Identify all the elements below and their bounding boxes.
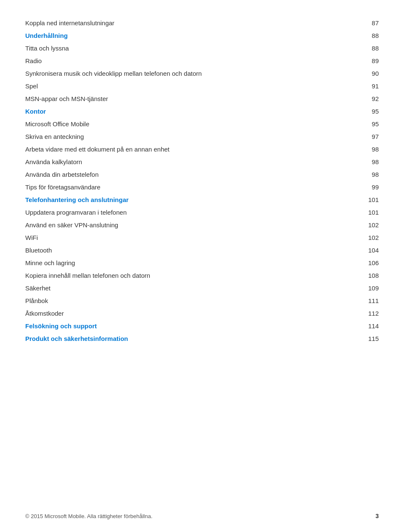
toc-row[interactable]: Felsökning och support114 <box>25 320 379 332</box>
footer-page-number: 3 <box>375 513 379 519</box>
toc-entry-label: Telefonhantering och anslutningar <box>25 194 290 206</box>
toc-row[interactable]: MSN-appar och MSN-tjänster92 <box>25 93 379 105</box>
toc-entry-label: Skriva en anteckning <box>25 130 290 143</box>
toc-entry-page: 114 <box>290 320 379 332</box>
toc-entry-label: Använda din arbetstelefon <box>25 168 290 181</box>
toc-row[interactable]: Plånbok111 <box>25 295 379 307</box>
toc-entry-page: 92 <box>290 93 379 105</box>
toc-entry-page: 91 <box>290 80 379 93</box>
toc-row[interactable]: Åtkomstkoder112 <box>25 307 379 320</box>
toc-entry-page: 102 <box>290 219 379 231</box>
toc-row[interactable]: Titta och lyssna88 <box>25 42 379 55</box>
footer-copyright: © 2015 Microsoft Mobile. Alla rättighete… <box>25 513 152 519</box>
toc-entry-label: Microsoft Office Mobile <box>25 118 290 130</box>
toc-entry-page: 95 <box>290 118 379 130</box>
toc-row[interactable]: Microsoft Office Mobile95 <box>25 118 379 130</box>
toc-row[interactable]: Kopiera innehåll mellan telefonen och da… <box>25 269 379 282</box>
toc-row[interactable]: Underhållning88 <box>25 29 379 42</box>
toc-entry-label: Underhållning <box>25 29 290 42</box>
toc-row[interactable]: Säkerhet109 <box>25 282 379 295</box>
toc-entry-page: 106 <box>290 257 379 269</box>
toc-entry-label: Åtkomstkoder <box>25 307 290 320</box>
toc-entry-label: Tips för företagsanvändare <box>25 181 290 194</box>
toc-row[interactable]: Använda din arbetstelefon98 <box>25 168 379 181</box>
toc-entry-label: Spel <box>25 80 290 93</box>
toc-row[interactable]: Radio89 <box>25 55 379 67</box>
footer: © 2015 Microsoft Mobile. Alla rättighete… <box>25 513 379 519</box>
toc-row[interactable]: Telefonhantering och anslutningar101 <box>25 194 379 206</box>
toc-row[interactable]: Spel91 <box>25 80 379 93</box>
toc-entry-page: 101 <box>290 206 379 219</box>
toc-entry-label: Kopiera innehåll mellan telefonen och da… <box>25 269 290 282</box>
toc-entry-page: 89 <box>290 55 379 67</box>
toc-row[interactable]: Produkt och säkerhetsinformation115 <box>25 332 379 345</box>
toc-row[interactable]: Använda kalkylatorn98 <box>25 156 379 168</box>
toc-row[interactable]: Använd en säker VPN-anslutning102 <box>25 219 379 231</box>
toc-entry-page: 88 <box>290 42 379 55</box>
toc-entry-page: 108 <box>290 269 379 282</box>
toc-row[interactable]: Kontor95 <box>25 105 379 118</box>
toc-row[interactable]: Synkronisera musik och videoklipp mellan… <box>25 67 379 80</box>
toc-entry-page: 98 <box>290 143 379 156</box>
toc-entry-page: 109 <box>290 282 379 295</box>
toc-entry-page: 98 <box>290 156 379 168</box>
toc-row[interactable]: Tips för företagsanvändare99 <box>25 181 379 194</box>
toc-entry-label: Titta och lyssna <box>25 42 290 55</box>
toc-entry-label: Minne och lagring <box>25 257 290 269</box>
toc-table: Koppla ned internetanslutningar87Underhå… <box>25 17 379 345</box>
toc-entry-label: WiFi <box>25 231 290 244</box>
toc-entry-page: 97 <box>290 130 379 143</box>
toc-row[interactable]: Bluetooth104 <box>25 244 379 257</box>
toc-entry-label: Plånbok <box>25 295 290 307</box>
toc-entry-label: Synkronisera musik och videoklipp mellan… <box>25 67 290 80</box>
toc-entry-page: 95 <box>290 105 379 118</box>
toc-entry-page: 115 <box>290 332 379 345</box>
toc-row[interactable]: Minne och lagring106 <box>25 257 379 269</box>
toc-entry-label: Bluetooth <box>25 244 290 257</box>
toc-entry-page: 98 <box>290 168 379 181</box>
toc-entry-page: 88 <box>290 29 379 42</box>
toc-entry-label: Koppla ned internetanslutningar <box>25 17 290 29</box>
toc-entry-label: Felsökning och support <box>25 320 290 332</box>
toc-row[interactable]: Koppla ned internetanslutningar87 <box>25 17 379 29</box>
toc-entry-page: 90 <box>290 67 379 80</box>
toc-entry-label: Använd en säker VPN-anslutning <box>25 219 290 231</box>
toc-entry-label: Uppdatera programvaran i telefonen <box>25 206 290 219</box>
toc-row[interactable]: Uppdatera programvaran i telefonen101 <box>25 206 379 219</box>
toc-entry-page: 111 <box>290 295 379 307</box>
toc-entry-label: Använda kalkylatorn <box>25 156 290 168</box>
toc-row[interactable]: WiFi102 <box>25 231 379 244</box>
toc-entry-label: Säkerhet <box>25 282 290 295</box>
toc-entry-label: Radio <box>25 55 290 67</box>
toc-entry-page: 99 <box>290 181 379 194</box>
toc-row[interactable]: Skriva en anteckning97 <box>25 130 379 143</box>
toc-entry-label: Produkt och säkerhetsinformation <box>25 332 290 345</box>
toc-entry-page: 102 <box>290 231 379 244</box>
toc-entry-page: 87 <box>290 17 379 29</box>
toc-entry-page: 101 <box>290 194 379 206</box>
toc-entry-page: 112 <box>290 307 379 320</box>
toc-entry-label: Kontor <box>25 105 290 118</box>
toc-row[interactable]: Arbeta vidare med ett dokument på en ann… <box>25 143 379 156</box>
toc-entry-label: MSN-appar och MSN-tjänster <box>25 93 290 105</box>
toc-entry-page: 104 <box>290 244 379 257</box>
toc-entry-label: Arbeta vidare med ett dokument på en ann… <box>25 143 290 156</box>
